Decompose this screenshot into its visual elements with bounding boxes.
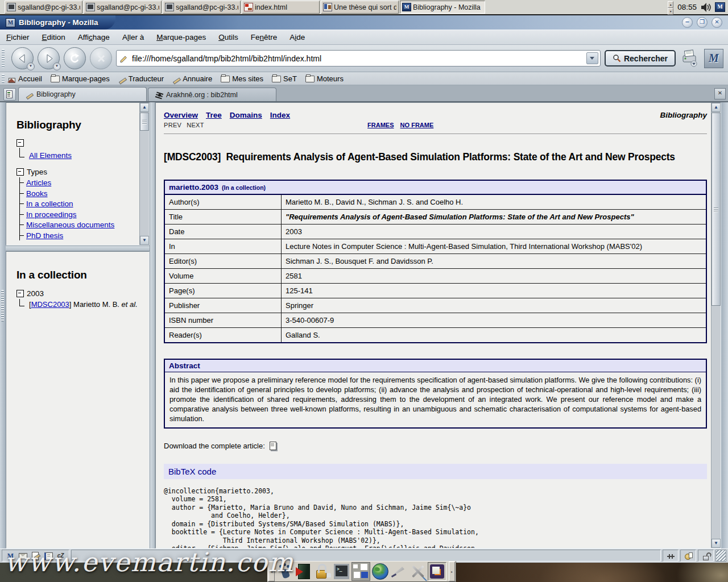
menu-item[interactable]: Fenêtre <box>245 32 284 43</box>
panel-hide-arrow-right[interactable]: ▸ <box>449 562 455 581</box>
frames-link[interactable]: FRAMES <box>367 122 394 128</box>
frame-splitter-horizontal[interactable] <box>6 246 150 251</box>
back-button[interactable]: ▼ <box>11 47 34 69</box>
search-button[interactable]: Rechercher <box>605 50 676 66</box>
taskbar-window-button[interactable]: index.html <box>242 1 320 14</box>
lock-screen-icon[interactable] <box>314 563 332 580</box>
window-titlebar[interactable]: M Bibliography - Mozilla − ❐ ✕ <box>0 15 728 30</box>
tree-collapse-icon[interactable] <box>16 139 24 147</box>
personal-toolbar-item[interactable]: SeT <box>272 74 297 83</box>
volume-icon[interactable] <box>701 2 712 13</box>
scroll-up-icon[interactable]: ▲ <box>140 103 149 112</box>
personal-toolbar-item[interactable]: Moteurs <box>305 74 344 83</box>
main-scrollbar[interactable]: ▲ ▼ <box>711 103 721 548</box>
chatzilla-icon[interactable] <box>56 552 65 560</box>
menu-item[interactable]: Aide <box>283 32 311 43</box>
taskbar-scroll-button[interactable]: ▲▼ <box>668 1 673 14</box>
terminal-icon[interactable] <box>333 563 350 580</box>
menu-item[interactable]: Marque-pages <box>150 32 212 43</box>
personal-toolbar-item[interactable]: Accueil <box>7 74 42 83</box>
taskbar-window-button[interactable]: Bibliography - Mozilla <box>400 1 485 14</box>
taskbar-window-button[interactable]: Une thèse qui sort du lo <box>321 1 399 14</box>
minimize-button[interactable]: − <box>682 17 693 28</box>
url-history-dropdown[interactable] <box>586 52 598 64</box>
composer-icon[interactable] <box>31 552 40 560</box>
toolbar-grippy[interactable] <box>2 49 5 68</box>
tab[interactable]: Bibliography <box>18 87 147 101</box>
sidebar-grippy[interactable] <box>1 290 4 322</box>
tree-collapse-icon[interactable] <box>16 168 24 176</box>
navigator-icon[interactable] <box>6 552 15 560</box>
all-elements-link[interactable]: All Elements <box>29 151 72 160</box>
noframe-link[interactable]: NO FRAME <box>400 122 434 128</box>
doc-nav-link[interactable]: Domains <box>230 111 262 119</box>
taskbar-window-button[interactable]: sgalland@pc-gi-33.utbm <box>163 1 241 14</box>
notes-icon[interactable] <box>428 562 446 581</box>
type-link[interactable]: PhD thesis <box>26 231 63 240</box>
year-label: 2003 <box>27 289 44 298</box>
forward-dropdown[interactable]: ▼ <box>53 63 61 70</box>
doc-nav-link[interactable]: Index <box>270 111 290 119</box>
cookies-icon[interactable] <box>684 552 693 560</box>
gnome-menu-icon[interactable] <box>276 563 294 580</box>
mail-icon[interactable] <box>19 552 27 560</box>
sidebar-scrollbar[interactable]: ▲ ▼ <box>139 103 149 245</box>
bookmark-pencil-icon[interactable] <box>120 55 128 63</box>
close-tab-button[interactable]: ✕ <box>714 88 726 99</box>
frame-splitter-vertical[interactable] <box>150 102 155 548</box>
download-article-icon[interactable] <box>268 442 278 451</box>
type-link[interactable]: Articles <box>26 178 51 187</box>
menu-item[interactable]: Affichage <box>72 32 116 43</box>
doc-nav-link[interactable]: Tree <box>206 111 222 119</box>
offline-icon[interactable] <box>667 552 675 560</box>
forward-button[interactable]: ▼ <box>38 47 60 69</box>
logout-icon[interactable] <box>295 563 313 580</box>
mozilla-tray-icon[interactable]: M <box>715 2 725 12</box>
personal-toolbar-item[interactable]: Marque-pages <box>51 74 110 83</box>
scroll-up-icon[interactable]: ▲ <box>712 103 721 112</box>
menu-item[interactable]: Fichier <box>0 32 36 43</box>
maximize-button[interactable]: ❐ <box>697 17 708 28</box>
address-book-icon[interactable] <box>44 552 52 560</box>
scroll-down-icon[interactable]: ▼ <box>140 236 149 245</box>
scrollbar-thumb[interactable] <box>140 113 149 131</box>
personal-toolbar: Accueil Marque-pages Traducteur Annuaire… <box>0 72 728 85</box>
writer-icon[interactable] <box>390 563 408 580</box>
type-link[interactable]: Miscellaneous documents <box>26 221 114 229</box>
stop-button[interactable] <box>90 47 112 69</box>
security-icon[interactable] <box>702 552 710 560</box>
scroll-down-icon[interactable]: ▼ <box>712 539 721 548</box>
mozilla-logo[interactable]: M <box>704 49 723 68</box>
personal-toolbar-item[interactable]: Annuaire <box>172 74 212 83</box>
new-tab-button[interactable] <box>3 88 16 101</box>
close-button[interactable]: ✕ <box>712 17 722 28</box>
window-resize-grip[interactable] <box>715 550 726 562</box>
divider <box>164 134 707 135</box>
entry-link[interactable]: MDSC2003 <box>31 300 69 309</box>
toolbar-grippy[interactable] <box>2 74 5 82</box>
window-border-right <box>721 102 728 548</box>
reload-button[interactable] <box>64 47 86 69</box>
web-browser-icon[interactable] <box>371 563 389 580</box>
back-dropdown[interactable]: ▼ <box>27 63 35 70</box>
tools-icon[interactable] <box>409 563 427 580</box>
workspace-switcher-icon[interactable] <box>351 562 370 581</box>
personal-toolbar-item[interactable]: Traducteur <box>118 74 164 83</box>
scrollbar-thumb[interactable] <box>712 113 721 306</box>
menu-item[interactable]: Edition <box>36 32 72 43</box>
tab[interactable]: Arakhnê.org : bib2html <box>148 88 276 101</box>
window-border-left <box>0 102 6 548</box>
taskbar-window-button[interactable]: sgalland@pc-gi-33.utbm <box>5 1 82 14</box>
tree-collapse-icon[interactable] <box>16 290 24 297</box>
doc-nav-link[interactable]: Overview <box>164 111 198 119</box>
type-link[interactable]: In proceedings <box>26 210 77 219</box>
taskbar-window-button[interactable]: sgalland@pc-gi-33.utbm <box>84 1 162 14</box>
panel-hide-arrow-left[interactable]: ◂ <box>268 562 275 581</box>
menu-item[interactable]: Outils <box>212 32 245 43</box>
type-link[interactable]: Books <box>26 189 48 198</box>
personal-toolbar-item[interactable]: Mes sites <box>221 74 263 83</box>
type-link[interactable]: In a collection <box>26 199 73 208</box>
menu-item[interactable]: Aller à <box>116 32 150 43</box>
print-button[interactable] <box>680 49 700 68</box>
url-input[interactable] <box>131 53 584 64</box>
